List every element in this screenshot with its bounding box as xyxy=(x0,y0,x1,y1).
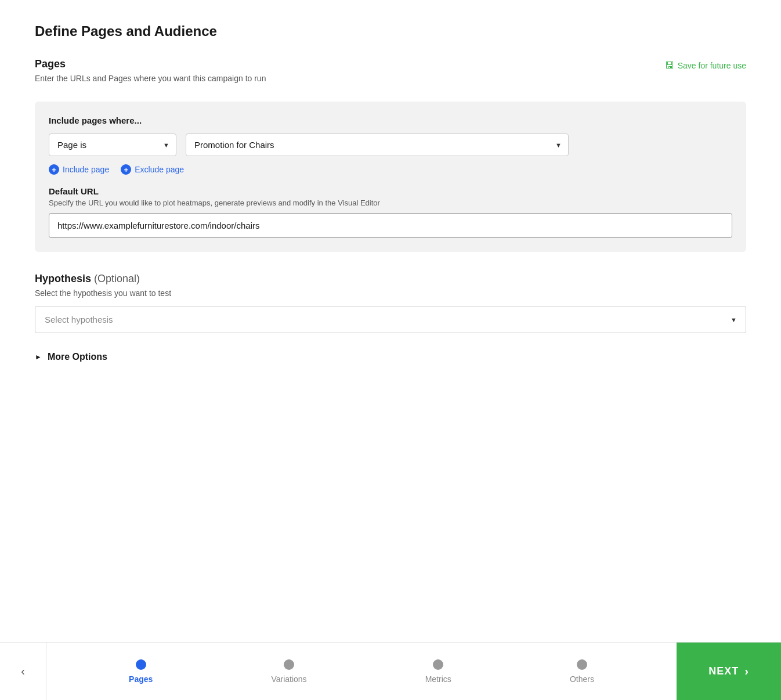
default-url-section: Default URL Specify the URL you would li… xyxy=(49,186,732,238)
nav-step-variations[interactable]: Variations xyxy=(271,659,306,684)
exclude-page-plus-icon: + xyxy=(121,164,131,175)
step-dot-variations xyxy=(284,659,294,670)
more-options-label: More Options xyxy=(48,352,107,362)
step-dot-pages xyxy=(136,659,146,670)
hypothesis-optional: (Optional) xyxy=(94,273,140,284)
include-page-label: Include page xyxy=(63,165,109,174)
exclude-page-label: Exclude page xyxy=(135,165,184,174)
step-label-metrics: Metrics xyxy=(425,674,451,684)
page-name-wrapper: Promotion for Chairs Home Page Product P… xyxy=(186,133,569,156)
nav-step-metrics[interactable]: Metrics xyxy=(425,659,451,684)
hypothesis-desc: Select the hypothesis you want to test xyxy=(35,288,746,298)
pages-section-title: Pages xyxy=(35,58,266,70)
step-label-pages: Pages xyxy=(129,674,153,684)
page-actions: + Include page + Exclude page xyxy=(49,164,732,175)
step-dot-metrics xyxy=(433,659,443,670)
nav-step-pages[interactable]: Pages xyxy=(129,659,153,684)
include-pages-label: Include pages where... xyxy=(49,116,732,125)
main-content: Define Pages and Audience Pages Enter th… xyxy=(0,0,781,642)
save-icon: 🖫 xyxy=(665,60,674,71)
page-selectors: Page is URL contains URL matches Promoti… xyxy=(49,133,732,156)
page-condition-select[interactable]: Page is URL contains URL matches xyxy=(49,133,176,156)
exclude-page-link[interactable]: + Exclude page xyxy=(121,164,184,175)
pages-section-desc: Enter the URLs and Pages where you want … xyxy=(35,74,266,83)
step-label-variations: Variations xyxy=(271,674,306,684)
step-dot-others xyxy=(577,659,587,670)
next-button[interactable]: NEXT › xyxy=(677,643,781,700)
hypothesis-title: Hypothesis (Optional) xyxy=(35,273,746,285)
page-name-select[interactable]: Promotion for Chairs Home Page Product P… xyxy=(186,133,569,156)
save-future-label: Save for future use xyxy=(678,61,746,70)
default-url-label: Default URL xyxy=(49,186,732,196)
include-page-plus-icon: + xyxy=(49,164,59,175)
chevron-right-icon: ► xyxy=(35,353,42,361)
more-options-toggle[interactable]: ► More Options xyxy=(35,352,746,362)
default-url-desc: Specify the URL you would like to plot h… xyxy=(49,199,732,207)
step-label-others: Others xyxy=(570,674,594,684)
arrow-right-icon: › xyxy=(744,665,749,678)
hypothesis-select[interactable]: Select hypothesis xyxy=(35,306,746,333)
back-button[interactable]: ‹ xyxy=(0,643,46,700)
next-label: NEXT xyxy=(708,665,739,677)
hypothesis-select-wrapper: Select hypothesis xyxy=(35,306,746,333)
include-page-link[interactable]: + Include page xyxy=(49,164,109,175)
bottom-nav: ‹ Pages Variations Metrics Others NEXT › xyxy=(0,642,781,700)
page-condition-wrapper: Page is URL contains URL matches xyxy=(49,133,176,156)
save-future-link[interactable]: 🖫 Save for future use xyxy=(665,60,746,71)
page-title: Define Pages and Audience xyxy=(35,23,746,39)
pages-section-left: Pages Enter the URLs and Pages where you… xyxy=(35,58,266,92)
nav-step-others[interactable]: Others xyxy=(570,659,594,684)
pages-box: Include pages where... Page is URL conta… xyxy=(35,102,746,252)
hypothesis-section: Hypothesis (Optional) Select the hypothe… xyxy=(35,273,746,333)
default-url-input[interactable] xyxy=(49,213,732,238)
nav-steps: Pages Variations Metrics Others xyxy=(46,643,677,700)
pages-section-header: Pages Enter the URLs and Pages where you… xyxy=(35,58,746,92)
